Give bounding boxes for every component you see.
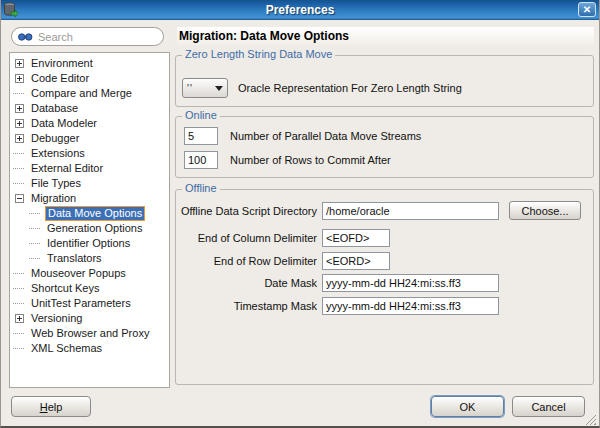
group-online: Online Number of Parallel Data Move Stre… [175,116,594,178]
preferences-tree: Environment Code Editor Compare and Merg… [9,52,170,388]
end-of-column-delimiter-input[interactable] [322,229,390,247]
tree-item-xml-schemas[interactable]: XML Schemas [10,341,169,356]
tree-item-data-modeler[interactable]: Data Modeler [10,116,169,131]
preferences-dialog: Preferences Environment Code Editor Comp… [0,0,600,428]
tree-connector [31,209,40,218]
tree-item-label: Identifier Options [45,237,132,250]
group-title: Offline [182,182,220,194]
tree-item-database[interactable]: Database [10,101,169,116]
tree-item-label: Versioning [29,312,84,325]
group-offline: Offline Offline Data Script Directory Ch… [175,189,594,385]
date-mask-input[interactable] [322,274,499,292]
tree-item-compare-and-merge[interactable]: Compare and Merge [10,86,169,101]
search-input[interactable] [38,31,148,43]
help-button[interactable]: Help [11,396,91,417]
resize-grip[interactable] [585,414,596,425]
field-label: Timestamp Mask [179,300,317,312]
window-title: Preferences [0,3,600,17]
tree-item-generation-options[interactable]: Generation Options [10,221,169,236]
tree-item-label: Database [29,102,80,115]
expand-icon[interactable] [15,314,24,323]
tree-item-file-types[interactable]: File Types [10,176,169,191]
tree-item-identifier-options[interactable]: Identifier Options [10,236,169,251]
combo-selected-value: '' [183,83,215,94]
tree-item-label: Environment [29,57,95,70]
tree-item-label: File Types [29,177,83,190]
tree-item-label-selected: Data Move Options [45,206,145,221]
tree-item-label: UnitTest Parameters [29,297,133,310]
expand-icon[interactable] [15,134,24,143]
tree-item-translators[interactable]: Translators [10,251,169,266]
page-title: Migration: Data Move Options [177,27,594,45]
tree-connector [31,239,40,248]
expand-icon[interactable] [15,74,24,83]
tree-item-label: Debugger [29,132,81,145]
tree-item-environment[interactable]: Environment [10,56,169,71]
tree-item-debugger[interactable]: Debugger [10,131,169,146]
combo-label: Oracle Representation For Zero Length St… [238,82,462,94]
tree-item-web-browser-and-proxy[interactable]: Web Browser and Proxy [10,326,169,341]
binoculars-icon [18,32,33,42]
expand-icon[interactable] [15,119,24,128]
tree-item-versioning[interactable]: Versioning [10,311,169,326]
tree-item-shortcut-keys[interactable]: Shortcut Keys [10,281,169,296]
tree-item-label: Migration [29,192,78,205]
group-title: Zero Length String Data Move [182,48,335,60]
parallel-streams-input[interactable] [184,127,218,145]
tree-item-mouseover-popups[interactable]: Mouseover Popups [10,266,169,281]
tree-item-extensions[interactable]: Extensions [10,146,169,161]
end-of-row-delimiter-input[interactable] [322,252,390,270]
tree-connector [15,149,24,158]
tree-item-label: Translators [45,252,104,265]
timestamp-mask-input[interactable] [322,297,499,315]
search-box [11,27,164,46]
field-label: End of Row Delimiter [179,255,317,267]
tree-connector [15,164,24,173]
tree-connector [31,224,40,233]
triangle-down-icon [215,86,223,91]
field-label: Number of Parallel Data Move Streams [230,130,421,142]
tree-connector [15,299,24,308]
tree-item-label: Web Browser and Proxy [29,327,151,340]
tree-item-label: Shortcut Keys [29,282,101,295]
collapse-icon[interactable] [15,194,24,203]
tree-connector [15,344,24,353]
field-label: End of Column Delimiter [179,232,317,244]
tree-item-label: Code Editor [29,72,91,85]
tree-connector [15,269,24,278]
close-icon [583,4,591,15]
cancel-button[interactable]: Cancel [512,396,585,417]
tree-item-label: External Editor [29,162,105,175]
tree-item-label: Data Modeler [29,117,99,130]
tree-connector [15,89,24,98]
ok-button[interactable]: OK [431,396,504,417]
group-title: Online [182,109,220,121]
close-button[interactable] [578,2,596,17]
tree-connector [15,284,24,293]
tree-item-data-move-options[interactable]: Data Move Options [10,206,169,221]
field-label: Number of Rows to Commit After [230,154,391,166]
tree-item-label: XML Schemas [29,342,104,355]
tree-item-unittest-parameters[interactable]: UnitTest Parameters [10,296,169,311]
tree-item-code-editor[interactable]: Code Editor [10,71,169,86]
tree-connector [31,254,40,263]
tree-item-label: Compare and Merge [29,87,134,100]
group-zero-length-string: Zero Length String Data Move '' Oracle R… [175,55,594,107]
field-label: Offline Data Script Directory [179,205,317,217]
tree-item-migration[interactable]: Migration [10,191,169,206]
choose-button[interactable]: Choose... [509,201,581,220]
expand-icon[interactable] [15,104,24,113]
tree-item-label: Extensions [29,147,87,160]
commit-rows-input[interactable] [184,151,218,169]
offline-script-directory-input[interactable] [322,202,499,220]
tree-connector [15,329,24,338]
tree-item-label: Generation Options [45,222,144,235]
zero-length-representation-select[interactable]: '' [182,78,228,98]
tree-item-external-editor[interactable]: External Editor [10,161,169,176]
field-label: Date Mask [179,277,317,289]
database-export-icon [3,2,18,18]
titlebar[interactable]: Preferences [0,0,600,20]
tree-item-label: Mouseover Popups [29,267,128,280]
tree-connector [15,179,24,188]
expand-icon[interactable] [15,59,24,68]
